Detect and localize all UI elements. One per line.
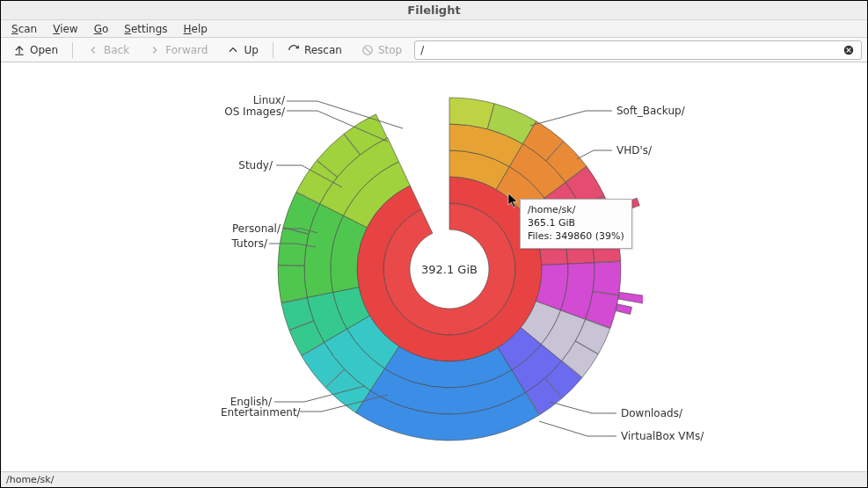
open-label: Open: [30, 44, 58, 56]
status-bar: /home/sk/: [1, 471, 867, 487]
back-label: Back: [104, 44, 129, 56]
stop-icon: [361, 44, 374, 56]
up-icon: [227, 44, 239, 56]
menu-settings-label: ettings: [131, 23, 168, 35]
menu-go-label: o: [102, 23, 108, 35]
stop-label: Stop: [378, 44, 402, 56]
tooltip-files: Files: 349860 (39%): [528, 230, 624, 244]
label-downloads: Downloads/: [621, 407, 682, 419]
open-icon: [13, 44, 26, 56]
hover-tooltip: /home/sk/ 365.1 GiB Files: 349860 (39%): [520, 199, 632, 249]
up-button[interactable]: Up: [220, 41, 265, 59]
menu-scan[interactable]: Scan: [4, 21, 44, 37]
menu-view-label: iew: [60, 23, 78, 35]
label-virtualbox-vms: VirtualBox VMs/: [621, 430, 704, 442]
location-clear-button[interactable]: [842, 43, 856, 57]
menubar: Scan View Go Settings Help: [1, 20, 867, 38]
label-soft-backup: Soft_Backup/: [616, 105, 685, 117]
center-size-label: 392.1 GiB: [421, 263, 478, 276]
label-tutors: Tutors/: [201, 237, 267, 250]
location-value: /: [420, 44, 424, 56]
window-title: Filelight: [407, 4, 460, 17]
chart-canvas[interactable]: Linux/ OS Images/ Study/ Personal/ Tutor…: [1, 62, 867, 471]
window-titlebar: Filelight: [1, 1, 867, 20]
clear-icon: [842, 44, 855, 56]
rescan-label: Rescan: [304, 44, 342, 56]
label-linux: Linux/: [219, 94, 285, 106]
toolbar-separator: [72, 42, 73, 58]
forward-button[interactable]: Forward: [142, 41, 215, 59]
location-bar[interactable]: /: [414, 40, 862, 60]
back-icon: [87, 44, 99, 56]
open-button[interactable]: Open: [6, 41, 65, 59]
toolbar-separator-2: [273, 42, 274, 58]
menu-go[interactable]: Go: [87, 21, 116, 37]
status-path: /home/sk/: [6, 474, 54, 485]
up-label: Up: [244, 44, 258, 56]
menu-help[interactable]: Help: [177, 21, 215, 37]
rescan-button[interactable]: Rescan: [281, 41, 349, 59]
back-button[interactable]: Back: [80, 41, 136, 59]
label-vhds: VHD's/: [616, 144, 652, 157]
label-os-images: OS Images/: [219, 106, 285, 118]
menu-help-label: elp: [192, 23, 208, 35]
menu-scan-label: can: [18, 23, 38, 35]
label-personal: Personal/: [212, 222, 281, 235]
forward-label: Forward: [165, 44, 208, 56]
menu-view[interactable]: View: [46, 21, 84, 37]
rescan-icon: [288, 44, 300, 56]
forward-icon: [149, 44, 161, 56]
label-entertainment: Entertainment/: [221, 406, 298, 419]
label-study: Study/: [207, 159, 273, 171]
tooltip-path: /home/sk/: [528, 204, 624, 217]
menu-settings[interactable]: Settings: [117, 21, 174, 37]
toolbar: Open Back Forward Up Rescan Stop /: [1, 38, 867, 62]
stop-button[interactable]: Stop: [354, 41, 409, 59]
tooltip-size: 365.1 GiB: [528, 217, 624, 230]
